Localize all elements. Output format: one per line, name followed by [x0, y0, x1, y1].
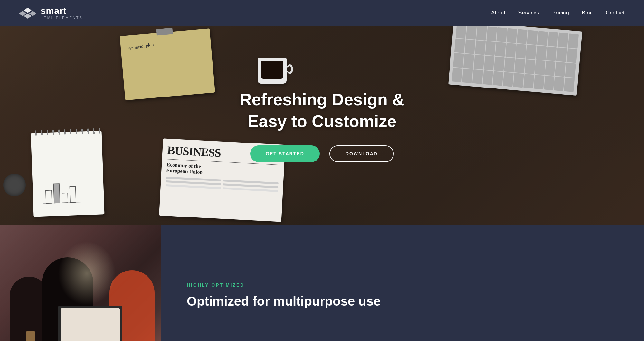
- download-button[interactable]: DOWNLOAD: [329, 145, 394, 162]
- small-cup-decoration: [3, 174, 29, 199]
- notebook-decoration: [31, 131, 105, 217]
- logo-text: smart HTML ELEMENTS: [41, 6, 83, 20]
- nav-blog[interactable]: Blog: [582, 10, 593, 16]
- features-section: HIGHLY OPTIMIZED Optimized for multipurp…: [0, 225, 644, 341]
- light-effect: [58, 241, 116, 306]
- main-nav: About Services Pricing Blog Contact: [491, 10, 625, 16]
- logo-title: smart: [41, 6, 83, 15]
- nav-pricing[interactable]: Pricing: [552, 10, 569, 16]
- logo: smart HTML ELEMENTS: [19, 6, 83, 20]
- hero-section: Financial plan: [0, 26, 644, 225]
- features-text: HIGHLY OPTIMIZED Optimized for multipurp…: [161, 225, 644, 341]
- clipboard-decoration: Financial plan: [120, 28, 215, 100]
- logo-icon: [19, 7, 36, 19]
- newspaper-headline: Economy of theEuropean Union: [166, 162, 279, 179]
- svg-rect-7: [62, 193, 68, 203]
- hero-content: Refreshing Design & Easy to Customize GE…: [240, 89, 404, 162]
- team-photo: [0, 225, 161, 341]
- nav-services[interactable]: Services: [518, 10, 539, 16]
- get-started-button[interactable]: GET STARTED: [250, 145, 320, 162]
- svg-rect-6: [53, 184, 60, 203]
- header: smart HTML ELEMENTS About Services Prici…: [0, 0, 644, 26]
- hero-title: Refreshing Design & Easy to Customize: [240, 89, 404, 132]
- hero-buttons: GET STARTED DOWNLOAD: [250, 145, 394, 162]
- nav-contact[interactable]: Contact: [606, 10, 625, 16]
- nav-about[interactable]: About: [491, 10, 505, 16]
- svg-rect-8: [70, 186, 76, 203]
- desk-laptop: [58, 306, 122, 341]
- svg-marker-0: [24, 8, 32, 13]
- clipboard-text: Financial plan: [127, 42, 154, 51]
- drink-glass: [26, 331, 35, 341]
- section-label: HIGHLY OPTIMIZED: [187, 282, 618, 288]
- laptop-decoration: [448, 26, 582, 96]
- svg-rect-5: [46, 190, 52, 204]
- laptop-screen: [61, 308, 120, 341]
- logo-subtitle: HTML ELEMENTS: [41, 16, 83, 20]
- section-heading: Optimized for multipurpose use: [187, 293, 618, 309]
